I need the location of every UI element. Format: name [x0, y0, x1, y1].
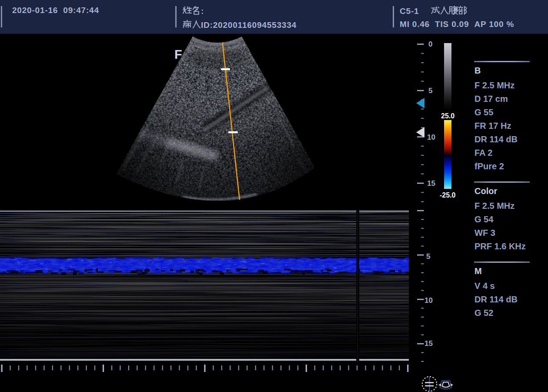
svg-text:F: F: [174, 47, 182, 61]
